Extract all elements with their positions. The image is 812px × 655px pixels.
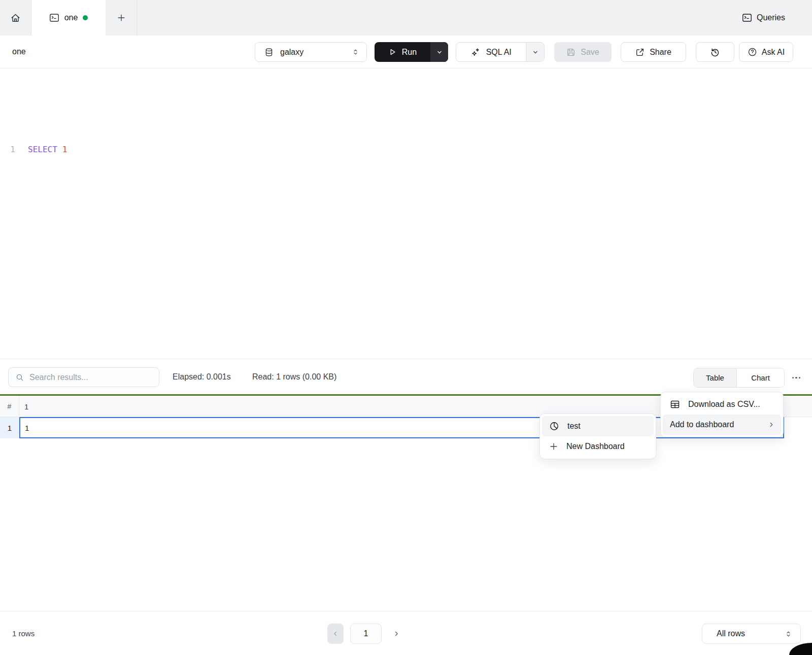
run-button[interactable]: Run (375, 42, 430, 62)
new-tab-button[interactable] (106, 0, 137, 36)
sql-ai-label: SQL AI (486, 48, 512, 57)
tab-label: one (64, 13, 78, 22)
unsaved-indicator-dot (83, 15, 88, 20)
share-icon (635, 48, 645, 57)
submenu-item-new-dashboard[interactable]: New Dashboard (542, 436, 654, 457)
sql-editor[interactable]: 1 SELECT1 (0, 68, 812, 359)
save-button[interactable]: Save (554, 42, 612, 62)
share-button[interactable]: Share (621, 42, 686, 62)
view-toggle: Table Chart (693, 368, 785, 388)
database-select-value: galaxy (280, 48, 345, 57)
run-label: Run (402, 48, 417, 57)
plus-icon (117, 13, 126, 22)
chevron-down-icon (436, 49, 443, 56)
sql-ai-button-group: SQL AI (456, 42, 545, 62)
sql-keyword: SELECT (28, 145, 57, 154)
sql-console-window: one Queries one (0, 0, 812, 655)
history-icon (710, 47, 720, 57)
sql-number-literal: 1 (62, 145, 67, 154)
tab-bar: one Queries (0, 0, 812, 36)
results-context-menu: Download as CSV... Add to dashboard (660, 392, 784, 437)
submenu-item-label: New Dashboard (566, 442, 648, 451)
sql-ai-button[interactable]: SQL AI (456, 43, 526, 61)
share-label: Share (650, 48, 671, 57)
terminal-icon (49, 13, 59, 23)
sql-ai-options-button[interactable] (526, 43, 544, 61)
query-toolbar: one galaxy Run (0, 36, 812, 68)
previous-page-button[interactable] (327, 624, 344, 644)
column-header[interactable]: 1 (24, 396, 28, 417)
save-icon (566, 48, 576, 57)
history-button[interactable] (696, 42, 734, 62)
queries-label: Queries (757, 13, 785, 22)
chevron-left-icon (332, 630, 339, 637)
run-button-group: Run (375, 42, 448, 62)
home-button[interactable] (0, 0, 31, 36)
table-grid-icon (670, 399, 680, 409)
row-count: 1 rows (12, 611, 35, 655)
search-results-box (8, 367, 159, 387)
row-index-cell[interactable]: 1 (0, 417, 19, 438)
results-footer: 1 rows 1 All rows (0, 611, 812, 655)
tab-table-view[interactable]: Table (694, 368, 737, 387)
more-options-button[interactable] (789, 368, 804, 388)
database-icon (264, 48, 274, 57)
tab-one[interactable]: one (31, 0, 106, 36)
submenu-item-test-dashboard[interactable]: test (542, 416, 654, 436)
query-title: one (12, 36, 26, 68)
line-number: 1 (7, 145, 18, 154)
menu-item-label: Download as CSV... (688, 400, 775, 409)
search-icon (16, 373, 24, 382)
results-toolbar: Elapsed: 0.001s Read: 1 rows (0.00 KB) T… (0, 359, 812, 394)
dashboard-submenu: test New Dashboard (539, 413, 656, 459)
submenu-item-label: test (567, 422, 648, 431)
chevron-right-icon (393, 630, 400, 637)
menu-item-download-csv[interactable]: Download as CSV... (663, 394, 781, 415)
page-number-button[interactable]: 1 (350, 624, 382, 644)
search-results-input[interactable] (29, 373, 146, 382)
chevron-updown-icon (352, 48, 359, 56)
index-column-header[interactable]: # (0, 396, 19, 417)
terminal-icon (742, 13, 752, 23)
ellipsis-icon (792, 377, 801, 379)
sql-code-line: SELECT1 (28, 145, 67, 154)
next-page-button[interactable] (388, 624, 405, 644)
sparkles-icon (471, 47, 481, 57)
tab-chart-view[interactable]: Chart (737, 368, 784, 387)
menu-item-label: Add to dashboard (670, 420, 760, 429)
chevron-down-icon (532, 49, 539, 56)
elapsed-stat: Elapsed: 0.001s (173, 359, 231, 395)
page-size-value: All rows (717, 629, 785, 638)
queries-button[interactable]: Queries (742, 0, 785, 36)
read-stat: Read: 1 rows (0.00 KB) (252, 359, 336, 395)
home-icon (10, 13, 21, 23)
pie-chart-icon (549, 421, 559, 431)
ask-ai-label: Ask AI (762, 48, 785, 57)
chevron-right-icon (768, 421, 775, 428)
page-size-select[interactable]: All rows (702, 624, 801, 644)
plus-icon (549, 442, 558, 451)
menu-item-add-to-dashboard[interactable]: Add to dashboard (663, 415, 781, 435)
database-select[interactable]: galaxy (255, 42, 367, 62)
chevron-updown-icon (785, 630, 792, 638)
ask-ai-button[interactable]: Ask AI (739, 42, 793, 62)
help-circle-icon (748, 47, 757, 57)
run-options-button[interactable] (430, 42, 448, 62)
play-icon (388, 48, 397, 56)
save-label: Save (581, 48, 599, 57)
